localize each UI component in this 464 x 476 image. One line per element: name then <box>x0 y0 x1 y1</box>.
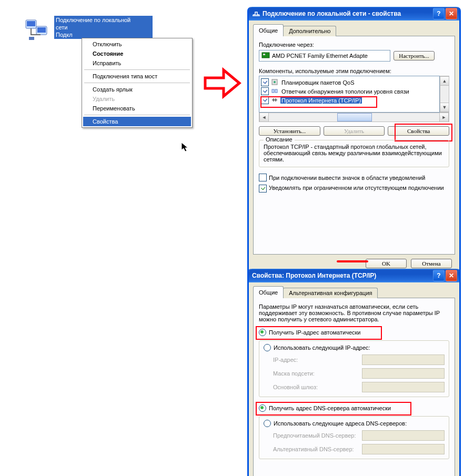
scroll-up-icon[interactable]: ▲ <box>440 76 449 86</box>
input-gateway <box>362 382 445 392</box>
label-dns-pref: Предпочитаемый DNS-сервер: <box>273 432 362 439</box>
adapter-name: AMD PCNET Family Ethernet Adapte <box>272 53 368 59</box>
install-button[interactable]: Установить... <box>259 126 320 136</box>
label-ip-auto: Получить IP-адрес автоматически <box>269 329 360 336</box>
radio-row-dns-auto[interactable]: Получить адрес DNS-сервера автоматически <box>259 404 449 412</box>
scrollbar-horizontal[interactable]: ◄ ► <box>259 113 449 122</box>
component-item-qos[interactable]: Планировщик пакетов QoS <box>261 78 438 87</box>
label-ip-address: IP-адрес: <box>273 357 362 363</box>
configure-button[interactable]: Настроить... <box>394 51 435 60</box>
radio-ip-manual[interactable] <box>264 344 271 351</box>
window-title: Подключение по локальной сети - свойства <box>263 10 432 17</box>
svg-rect-1 <box>27 21 35 26</box>
ctx-separator <box>84 83 190 83</box>
desktop-icon-label: Подключение по локальной сети Подкл <box>54 16 153 39</box>
svg-rect-4 <box>29 37 34 40</box>
input-subnet-mask <box>362 368 445 379</box>
component-item-topology[interactable]: Ответчик обнаружения топологии уровня св… <box>261 87 438 96</box>
titlebar[interactable]: Свойства: Протокол Интернета (TCP/IP) ? … <box>249 269 459 282</box>
svg-rect-7 <box>263 54 265 55</box>
description-legend: Описание <box>264 136 295 143</box>
components-label: Компоненты, используемые этим подключени… <box>259 68 449 74</box>
ctx-item-shortcut[interactable]: Создать ярлык <box>83 85 191 94</box>
remove-button: Удалить <box>324 126 385 136</box>
context-menu: Отключить Состояние Исправить Подключени… <box>82 38 193 128</box>
radio-ip-auto[interactable] <box>259 329 266 336</box>
input-ip-address <box>362 355 445 365</box>
close-button[interactable]: ✕ <box>446 8 457 19</box>
tab-alt[interactable]: Альтернативная конфигурация <box>283 288 378 298</box>
label-show-icon: При подключении вывести значок в области… <box>269 175 425 181</box>
nic-icon <box>261 52 270 59</box>
cancel-button[interactable]: Отмена <box>411 259 452 268</box>
window-tcpip-properties: Свойства: Протокол Интернета (TCP/IP) ? … <box>247 269 461 476</box>
checkbox-notify-limited[interactable] <box>259 185 267 193</box>
ctx-item-rename[interactable]: Переименовать <box>83 104 191 113</box>
ok-button[interactable]: OK <box>366 259 407 268</box>
input-dns-alt <box>362 444 445 454</box>
checkbox-icon[interactable] <box>261 87 269 95</box>
window-title: Свойства: Протокол Интернета (TCP/IP) <box>252 272 432 279</box>
radio-row-ip-manual[interactable]: Использовать следующий IP-адрес: <box>264 344 445 351</box>
ctx-item-properties[interactable]: Свойства <box>83 117 191 126</box>
checkbox-show-icon[interactable] <box>259 174 267 181</box>
svg-point-9 <box>274 81 276 83</box>
ctx-item-bridge[interactable]: Подключения типа мост <box>83 72 191 81</box>
label-dns-auto: Получить адрес DNS-сервера автоматически <box>269 405 391 411</box>
label-gateway: Основной шлюз: <box>273 384 362 390</box>
tab-general[interactable]: Общие <box>253 286 284 298</box>
adapter-field: AMD PCNET Family Ethernet Adapte <box>259 50 390 62</box>
label-dns-manual: Использовать следующие адреса DNS-сервер… <box>274 420 407 427</box>
svg-rect-11 <box>275 89 277 93</box>
radio-dns-auto[interactable] <box>259 404 266 412</box>
properties-button[interactable]: Свойства <box>388 126 449 136</box>
scrollbar-vertical[interactable]: ▲ ▼ <box>440 76 449 113</box>
window-connection-properties: Подключение по локальной сети - свойства… <box>247 7 461 276</box>
input-dns-pref <box>362 430 445 441</box>
components-listbox[interactable]: Планировщик пакетов QoS Ответчик обнаруж… <box>259 76 440 113</box>
scroll-left-icon[interactable]: ◄ <box>259 113 269 121</box>
svg-rect-5 <box>253 15 260 16</box>
radio-row-ip-auto[interactable]: Получить IP-адрес автоматически <box>259 329 449 336</box>
ctx-separator <box>84 69 190 70</box>
window-icon <box>252 9 260 19</box>
radio-row-dns-manual[interactable]: Использовать следующие адреса DNS-сервер… <box>264 420 445 427</box>
checkbox-icon[interactable] <box>261 78 269 86</box>
svg-rect-3 <box>37 27 46 33</box>
tcpip-icon <box>271 96 278 105</box>
tab-advanced[interactable]: Дополнительно <box>283 26 336 36</box>
tab-general[interactable]: Общие <box>253 24 284 36</box>
qos-icon <box>271 78 278 87</box>
description-group: Описание Протокол TCP/IP - стандартный п… <box>259 140 449 167</box>
scroll-down-icon[interactable]: ▼ <box>440 103 449 112</box>
close-button[interactable]: ✕ <box>446 270 457 281</box>
label-dns-alt: Альтернативный DNS-сервер: <box>273 446 362 452</box>
cursor-icon <box>181 142 189 154</box>
svg-rect-10 <box>272 89 274 93</box>
ctx-item-delete: Удалить <box>83 94 191 104</box>
ctx-item-status[interactable]: Состояние <box>83 49 191 58</box>
description-text: Протокол TCP/IP - стандартный протокол г… <box>264 144 445 163</box>
scroll-right-icon[interactable]: ► <box>439 113 449 121</box>
connect-via-label: Подключение через: <box>259 42 449 48</box>
intro-text: Параметры IP могут назначаться автоматич… <box>259 303 449 322</box>
ctx-item-repair[interactable]: Исправить <box>83 58 191 68</box>
ctx-separator <box>84 115 190 115</box>
ctx-item-disable[interactable]: Отключить <box>83 39 191 49</box>
checkbox-icon[interactable] <box>261 96 269 104</box>
label-subnet-mask: Маска подсети: <box>273 370 362 377</box>
radio-dns-manual[interactable] <box>264 420 271 427</box>
label-notify-limited: Уведомлять при ограниченном или отсутств… <box>269 185 449 191</box>
component-item-tcpip[interactable]: Протокол Интернета (TCP/IP) <box>261 96 438 105</box>
scroll-thumb[interactable] <box>337 113 372 121</box>
network-connection-icon <box>24 16 50 42</box>
help-button[interactable]: ? <box>433 8 445 19</box>
red-arrow-icon <box>203 67 242 100</box>
titlebar[interactable]: Подключение по локальной сети - свойства… <box>249 7 459 21</box>
topology-icon <box>271 87 278 96</box>
red-underline <box>337 258 368 262</box>
help-button[interactable]: ? <box>433 270 445 281</box>
label-ip-manual: Использовать следующий IP-адрес: <box>274 345 370 351</box>
